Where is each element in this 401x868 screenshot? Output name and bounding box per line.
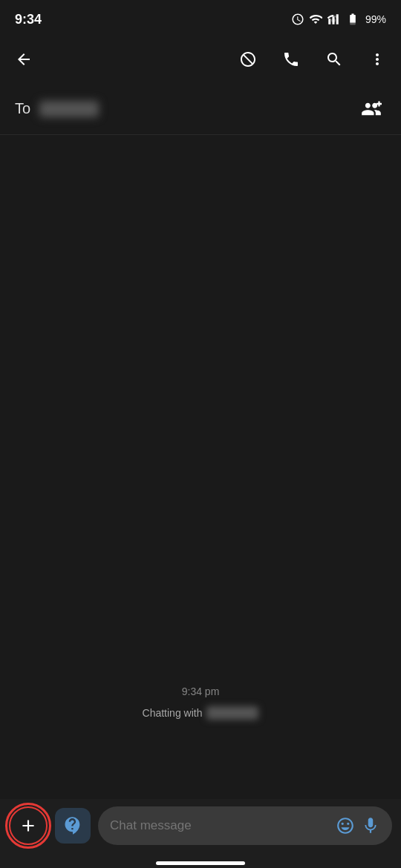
status-time: 9:34 <box>15 12 42 27</box>
back-button[interactable] <box>9 45 39 74</box>
battery-icon <box>345 13 361 26</box>
nav-indicator <box>156 861 245 865</box>
search-button[interactable] <box>319 45 349 74</box>
svg-rect-0 <box>328 19 330 24</box>
block-button[interactable] <box>233 45 263 74</box>
add-people-icon <box>361 99 382 119</box>
more-options-button[interactable] <box>362 45 392 74</box>
input-row <box>0 799 401 857</box>
status-bar: 9:34 99% <box>0 0 401 36</box>
app-bar-actions <box>233 45 392 74</box>
add-people-button[interactable] <box>356 94 386 124</box>
bottom-container <box>0 799 401 868</box>
app-bar <box>0 36 401 83</box>
recipient-left: To <box>15 100 99 117</box>
to-label: To <box>15 100 30 117</box>
message-timestamp: 9:34 pm <box>0 680 401 703</box>
svg-rect-2 <box>336 14 339 24</box>
add-button[interactable] <box>9 806 48 845</box>
sticker-button[interactable] <box>55 808 91 844</box>
message-area: 9:34 pm Chatting with <box>0 135 401 734</box>
alarm-icon <box>291 13 304 26</box>
chatting-name <box>206 706 258 720</box>
chatting-with-label: Chatting with <box>0 703 401 727</box>
recipient-name <box>39 101 99 117</box>
call-button[interactable] <box>276 45 306 74</box>
status-icons: 99% <box>291 13 386 26</box>
message-input-container <box>98 806 392 845</box>
signal-icon <box>327 13 340 26</box>
message-input[interactable] <box>110 818 330 833</box>
svg-rect-1 <box>332 16 334 24</box>
mic-button[interactable] <box>361 816 380 835</box>
wifi-icon <box>309 13 322 26</box>
add-icon <box>19 816 38 835</box>
emoji-button[interactable] <box>336 816 355 835</box>
battery-percentage: 99% <box>365 13 386 25</box>
mic-icon <box>361 816 380 835</box>
emoji-icon <box>336 816 355 835</box>
sticker-icon <box>62 815 83 836</box>
recipient-bar: To <box>0 83 401 135</box>
